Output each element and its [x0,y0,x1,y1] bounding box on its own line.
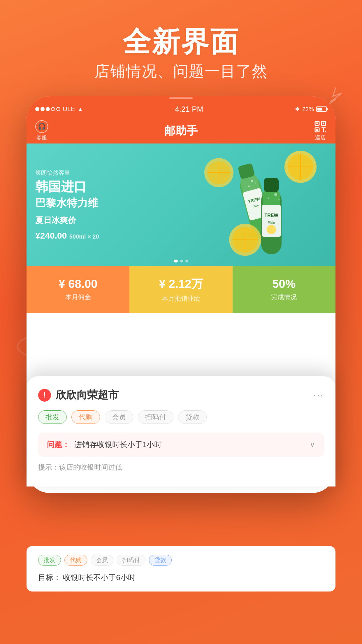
tag-member[interactable]: 会员 [105,410,133,424]
target-text: 目标： 收银时长不小于6小时 [38,573,324,583]
header-left[interactable]: 🎧 客服 [35,120,48,141]
sales-label: 本月批销业绩 [162,294,200,303]
app-title: 邮助手 [164,123,198,138]
hint-text: 提示：该店的收银时间过低 [38,463,324,472]
commission-label: 本月佣金 [65,293,91,302]
status-left: ULE ▲ [35,105,83,113]
battery-tip [327,108,328,110]
target-value: 收银时长不小于6小时 [63,573,135,582]
completion-label: 完成情况 [271,293,297,302]
banner-sub-text1: 巴黎水特力维 [35,196,327,210]
alert-icon: ! [38,389,51,402]
hero-title: 全新界面 [0,23,362,61]
dot4 [51,107,55,111]
customer-service-icon[interactable]: 🎧 [35,120,48,133]
problem-text: 进销存收银时长小于1小时 [74,440,310,450]
store-tags-row: 批发 代购 会员 扫码付 贷款 [38,410,324,424]
status-time: 4:21 PM [175,105,203,114]
bluetooth-icon: ✻ [295,106,300,113]
problem-box[interactable]: 问题： 进销存收银时长小于1小时 ∨ [38,433,324,457]
app-header: 🎧 客服 邮助手 巡店 [27,118,335,144]
status-bar: ULE ▲ 4:21 PM ✻ 22% [27,100,335,118]
sales-value: ¥ 2.12万 [159,276,203,292]
hero-subtitle: 店铺情况、问题一目了然 [0,61,362,82]
second-tag-proxy[interactable]: 代购 [64,555,87,566]
card-title-area: ! 欣欣向荣超市 [38,388,119,402]
tag-scan-pay[interactable]: 扫码付 [138,410,173,424]
dot-3 [185,260,188,262]
banner-text: 爽朗怡然客量 韩国进口 巴黎水特力维 夏日冰爽价 ¥240.00 500ml ×… [35,169,327,241]
notch-indicator [169,97,193,99]
stat-completion: 50% 完成情况 [233,266,335,313]
scan-store-icon[interactable] [314,120,327,133]
second-tag-wholesale[interactable]: 批发 [38,555,61,566]
commission-value: ¥ 68.00 [59,277,97,290]
problem-label: 问题： [47,440,70,450]
dot3 [46,107,50,111]
dot-2 [180,260,183,262]
dot1 [35,107,39,111]
phone-notch-bar [27,96,335,100]
svg-rect-3 [316,123,318,124]
tag-wholesale[interactable]: 批发 [38,410,67,424]
signal-dots [35,107,60,111]
carrier-label: ULE [63,105,75,113]
store-info-card: ! 欣欣向荣超市 ··· 批发 代购 会员 扫码付 贷款 问题： 进销存收银时长… [27,376,335,487]
stat-commission: ¥ 68.00 本月佣金 [27,266,129,313]
stat-sales: ¥ 2.12万 本月批销业绩 [129,266,232,313]
second-tag-member[interactable]: 会员 [91,555,113,566]
battery-percentage: 22% [302,106,314,113]
dot2 [41,107,45,111]
banner-price-detail: 500ml × 20 [69,233,99,240]
customer-service-label: 客服 [36,134,47,141]
header-right[interactable]: 巡店 [314,120,327,141]
status-right: ✻ 22% [295,106,327,113]
second-tags-row: 批发 代购 会员 扫码付 贷款 [38,555,324,566]
banner-dots [174,260,188,262]
dot5 [56,107,60,111]
banner-main-text: 韩国进口 [35,179,327,195]
banner-sub-text2: 夏日冰爽价 [35,215,327,226]
completion-value: 50% [272,277,296,290]
svg-rect-5 [316,129,318,131]
second-tag-scan[interactable]: 扫码付 [117,555,145,566]
wifi-icon: ▲ [78,106,83,113]
dot-1 [174,260,178,262]
patrol-store-label: 巡店 [315,134,326,141]
battery-icon [316,106,327,112]
svg-rect-8 [325,131,326,132]
banner-price: ¥240.00 500ml × 20 [35,231,327,241]
stats-row: ¥ 68.00 本月佣金 ¥ 2.12万 本月批销业绩 50% 完成情况 [27,266,335,313]
chevron-down-icon: ∨ [310,441,315,449]
banner-category-tag: 爽朗怡然客量 [35,169,327,177]
battery-fill [317,108,322,111]
tag-proxy[interactable]: 代购 [71,410,100,424]
second-tag-loan[interactable]: 贷款 [149,555,172,566]
target-label: 目标： [38,573,61,582]
store-name: 欣欣向荣超市 [56,388,119,402]
tag-loan[interactable]: 贷款 [178,410,207,424]
svg-rect-4 [323,123,324,124]
product-banner[interactable]: 爽朗怡然客量 韩国进口 巴黎水特力维 夏日冰爽价 ¥240.00 500ml ×… [27,144,335,266]
more-options-button[interactable]: ··· [313,389,324,401]
card-header: ! 欣欣向荣超市 ··· [38,388,324,402]
headphone-icon: 🎧 [38,123,46,130]
second-store-card: 批发 代购 会员 扫码付 贷款 目标： 收银时长不小于6小时 [27,546,335,592]
